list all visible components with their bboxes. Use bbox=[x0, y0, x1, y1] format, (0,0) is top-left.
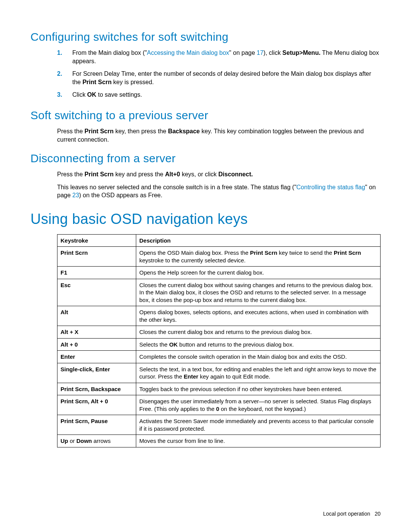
table-row: Esc Closes the current dialog box withou… bbox=[57, 279, 381, 306]
para-disconnect-1: Press the Print Scrn key and press the A… bbox=[57, 170, 381, 179]
table-row: Alt Opens dialog boxes, selects options,… bbox=[57, 306, 381, 326]
table-row: Print Scrn, Pause Activates the Screen S… bbox=[57, 415, 381, 435]
para-soft-switch: Press the Print Scrn key, then press the… bbox=[57, 127, 381, 144]
link-main-dialog[interactable]: Accessing the Main dialog box bbox=[147, 50, 229, 56]
heading-soft-switch: Soft switching to a previous server bbox=[30, 109, 381, 122]
table-row: Enter Completes the console switch opera… bbox=[57, 351, 381, 363]
table-row: Up or Down arrows Moves the cursor from … bbox=[57, 435, 381, 447]
link-status-flag[interactable]: Controlling the status flag bbox=[296, 184, 365, 190]
heading-disconnect: Disconnecting from a server bbox=[30, 152, 381, 165]
table-row: Print Scrn, Backspace Toggles back to th… bbox=[57, 383, 381, 395]
table-row: F1 Opens the Help screen for the current… bbox=[57, 267, 381, 279]
heading-configuring: Configuring switches for soft switching bbox=[30, 30, 381, 43]
step-2: For Screen Delay Time, enter the number … bbox=[57, 70, 381, 86]
link-page-17[interactable]: 17 bbox=[257, 50, 264, 56]
para-disconnect-2: This leaves no server selected and the c… bbox=[57, 183, 381, 200]
link-page-23[interactable]: 23 bbox=[72, 192, 79, 198]
heading-osd-nav: Using basic OSD navigation keys bbox=[30, 211, 381, 227]
table-row: Alt + X Closes the current dialog box an… bbox=[57, 326, 381, 339]
table-row: Print Scrn Opens the OSD Main dialog box… bbox=[57, 247, 381, 267]
th-keystroke: Keystroke bbox=[57, 234, 136, 247]
table-row: Print Scrn, Alt + 0 Disengages the user … bbox=[57, 395, 381, 415]
step-1: From the Main dialog box ("Accessing the… bbox=[57, 49, 381, 65]
table-header-row: Keystroke Description bbox=[57, 234, 381, 247]
table-row: Single-click, Enter Selects the text, in… bbox=[57, 363, 381, 383]
page-footer: Local port operation 20 bbox=[323, 511, 381, 517]
table-osd-keys: Keystroke Description Print Scrn Opens t… bbox=[57, 234, 381, 447]
th-description: Description bbox=[136, 234, 381, 247]
table-row: Alt + 0 Selects the OK button and return… bbox=[57, 338, 381, 351]
document-page: Configuring switches for soft switching … bbox=[0, 0, 411, 532]
steps-configuring: From the Main dialog box ("Accessing the… bbox=[57, 49, 381, 99]
step-3: Click OK to save settings. bbox=[57, 91, 381, 99]
